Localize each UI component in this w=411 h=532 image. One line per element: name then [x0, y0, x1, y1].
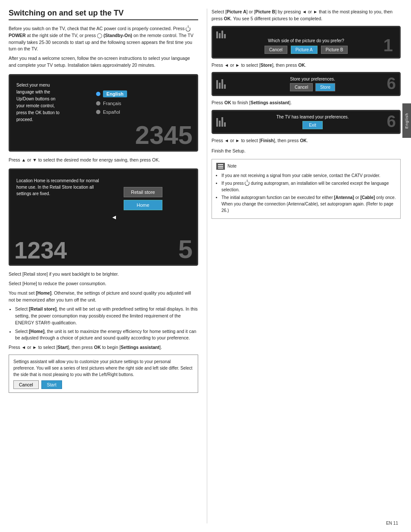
note-header: Note: [216, 163, 396, 170]
settings-assistant-box: Settings assistant will allow you to cus…: [9, 355, 198, 393]
bullet-retail: Select [Retail store], the unit will be …: [15, 306, 198, 326]
picture-header-text: Which side of the picture do you prefer?: [216, 38, 396, 43]
side-tab-label: English: [405, 113, 409, 129]
location-options: Retail store Home: [119, 174, 167, 260]
lang-dot-english: [96, 92, 100, 96]
bullet-home: Select [Home], the unit is set to maximi…: [15, 328, 198, 342]
location-description: Location Home is recommended for normal …: [16, 178, 99, 196]
page-title: Switching on and set up the TV: [9, 9, 198, 20]
lang-dot-french: [96, 101, 100, 106]
screen-text-line6: proceed.: [16, 117, 33, 122]
home-btn[interactable]: Home: [124, 200, 162, 210]
lang-dot-spanish: [96, 110, 100, 114]
note-line-1: [218, 164, 223, 165]
page-footer: EN 11: [386, 521, 398, 526]
note-line-3: [218, 168, 223, 168]
exit-screen: The TV has learned your preferences. Exi…: [212, 110, 401, 134]
exit-bars-decoration: [216, 117, 226, 127]
picture-preference-screen: Which side of the picture do you prefer?…: [212, 26, 401, 59]
screen5-number-right: 5: [178, 236, 193, 262]
sbar3: [221, 79, 223, 89]
note-box: Note If you are not receiving a signal f…: [212, 159, 401, 219]
select-retail-text: Select [Retail store] if you want backli…: [9, 271, 198, 278]
exit-header-text: The TV has learned your preferences.: [229, 115, 396, 119]
bar1: [216, 31, 218, 38]
settings-start-button[interactable]: Start: [41, 380, 62, 389]
picture-screen-number: 1: [383, 36, 393, 55]
press-finish-text: Press ◄ or ► to select [Finish], then pr…: [212, 137, 401, 144]
power-icon: [186, 27, 190, 31]
screen5-number-left: 1234: [14, 239, 67, 262]
store-screen-number: 6: [387, 75, 396, 93]
lang-label-french: Français: [103, 101, 121, 106]
language-screen: Select your menu language with the Up/Do…: [9, 74, 198, 152]
lang-option-french: Français: [96, 101, 127, 106]
picture-intro: Select [Picture A] or [Picture B] by pre…: [212, 9, 401, 22]
screen-text-line1: Select your menu: [16, 83, 50, 87]
location-screen: Location Home is recommended for normal …: [9, 168, 198, 266]
settings-cancel-button[interactable]: Cancel: [13, 380, 39, 389]
note-item-3: The initial autoprogram function can be …: [221, 194, 396, 214]
screen-text-line2: language with the: [16, 90, 50, 94]
screen-instruction-text: Select your menu language with the Up/Do…: [14, 80, 92, 125]
intro-paragraph: Before you switch on the TV, check that …: [9, 25, 198, 53]
exit-inner-content: The TV has learned your preferences. Exi…: [216, 115, 396, 129]
lang-option-english: English: [96, 90, 127, 97]
note-item-1: If you are not receiving a signal from y…: [221, 172, 396, 179]
exit-screen-number: 6: [387, 112, 396, 131]
screen-text-line4: your remote control,: [16, 103, 55, 108]
ebar4: [224, 122, 226, 127]
ebar2: [219, 121, 221, 127]
intro-paragraph-2: After you read a welcome screen, follow …: [9, 55, 198, 69]
location-bullets: Select [Retail store], the unit will be …: [15, 306, 198, 342]
bar4: [224, 34, 226, 38]
select-home-text: Select [Home] to reduce the power consum…: [9, 280, 198, 287]
note-icon: [216, 163, 225, 170]
picture-cancel-button[interactable]: Cancel: [265, 46, 287, 54]
store-header-text: Store your preferences.: [229, 77, 396, 81]
right-column: Select [Picture A] or [Picture B] by pre…: [207, 9, 401, 523]
screen1-number: 2345: [135, 122, 193, 148]
picture-a-button[interactable]: Picture A: [291, 46, 318, 54]
note-list: If you are not receiving a signal from y…: [221, 172, 396, 214]
bar3: [221, 31, 223, 38]
note-line-2: [218, 166, 223, 167]
note-label: Note: [227, 164, 237, 168]
ebar1: [216, 118, 218, 127]
store-bars-decoration: [216, 79, 226, 89]
power-label: POWER: [9, 33, 26, 38]
standby-label: ◯ (Standby-On): [97, 33, 132, 38]
retail-store-btn[interactable]: Retail store: [124, 187, 162, 197]
sbar2: [219, 83, 221, 89]
press-store-text: Press ◄ or ► to select [Store], then pre…: [212, 62, 401, 69]
power-icon-note: [245, 181, 249, 186]
lang-label-spanish: Español: [103, 109, 120, 115]
finish-setup-text: Finish the Setup.: [212, 148, 401, 155]
note-item-2: If you press during autoprogram, an inst…: [221, 180, 396, 193]
settings-box-text: Settings assistant will allow you to cus…: [13, 358, 193, 378]
store-cancel-button[interactable]: Cancel: [290, 83, 313, 91]
side-tab: English: [402, 103, 411, 138]
bar2: [219, 33, 221, 38]
picture-option-buttons: Cancel Picture A Picture B: [216, 46, 396, 54]
sbar4: [224, 84, 226, 89]
store-button[interactable]: Store: [315, 83, 335, 91]
location-arrow: ◄: [109, 174, 119, 260]
lang-option-spanish: Español: [96, 109, 127, 115]
screen-text-line3: Up/Down buttons on: [16, 96, 56, 101]
screen-text-line5: press the OK button to: [16, 110, 59, 115]
press-finish-settings-text: Press OK to finish [Settings assistant].: [212, 100, 401, 106]
settings-box-buttons: Cancel Start: [13, 380, 193, 389]
language-options: English Français Español: [92, 80, 131, 125]
exit-button[interactable]: Exit: [302, 121, 323, 129]
must-set-text: You must set [Home]. Otherwise, the sett…: [9, 290, 198, 304]
left-column: Switching on and set up the TV Before yo…: [9, 9, 207, 523]
store-buttons: Cancel Store: [229, 83, 396, 91]
press-start-text: Press ◄ or ► to select [Start], then pre…: [9, 344, 198, 351]
press-mode-text: Press ▲ or ▼ to select the desired mode …: [9, 157, 198, 164]
sbar1: [216, 80, 218, 89]
lang-label-english: English: [103, 90, 127, 97]
store-inner-content: Store your preferences. Cancel Store: [216, 77, 396, 91]
picture-b-button[interactable]: Picture B: [321, 46, 348, 54]
store-screen: Store your preferences. Cancel Store 6: [212, 72, 401, 96]
